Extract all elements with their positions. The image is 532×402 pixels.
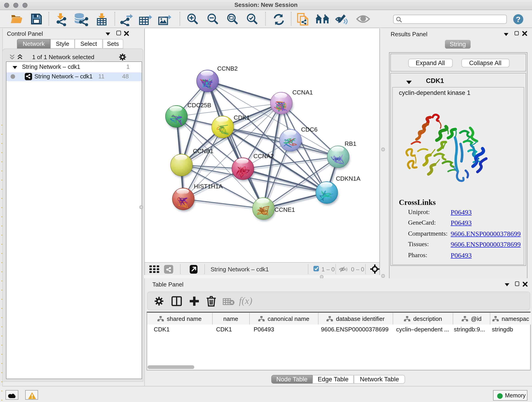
svg-text:RB1: RB1	[344, 140, 356, 147]
svg-text:CDC6: CDC6	[301, 126, 317, 133]
svg-text:CCNA2: CCNA2	[253, 153, 273, 159]
svg-text:HIST1H1A: HIST1H1A	[194, 183, 223, 190]
svg-text:CDC25B: CDC25B	[187, 102, 211, 108]
svg-text:CDKN1A: CDKN1A	[336, 175, 360, 182]
svg-text:CDK1: CDK1	[234, 114, 249, 121]
svg-text:CCNB2: CCNB2	[217, 65, 237, 72]
svg-text:CCNA1: CCNA1	[292, 89, 312, 96]
svg-text:CCNE1: CCNE1	[274, 206, 295, 213]
svg-text:CCNB1: CCNB1	[193, 147, 213, 154]
